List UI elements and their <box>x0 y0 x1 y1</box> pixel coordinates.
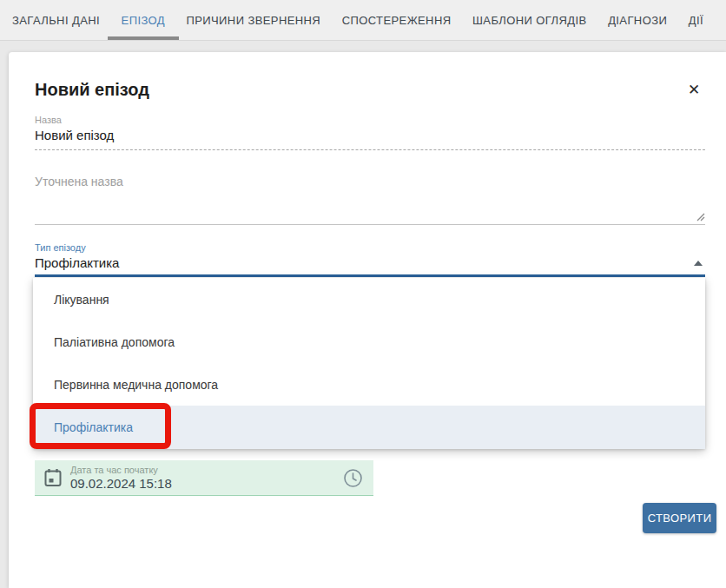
name-field[interactable]: Назва Новий епізод <box>35 115 705 150</box>
name-field-label: Назва <box>35 115 705 125</box>
start-datetime-texts: Дата та час початку 09.02.2024 15:18 <box>70 465 343 491</box>
name-field-value: Новий епізод <box>35 128 705 142</box>
tab-dii[interactable]: ДІЇ <box>689 0 703 40</box>
tab-prychyny-zvernennia[interactable]: ПРИЧИНИ ЗВЕРНЕННЯ <box>187 0 321 40</box>
tab-epizod[interactable]: ЕПІЗОД <box>122 0 165 40</box>
dropdown-option-profilaktyka[interactable]: Профілактика <box>33 406 705 449</box>
tab-diahnozy[interactable]: ДІАГНОЗИ <box>608 0 667 40</box>
start-datetime-label: Дата та час початку <box>70 465 343 475</box>
episode-type-dropdown: Лікування Паліативна допомога Первинна м… <box>33 278 705 449</box>
episode-type-value: Профілактика <box>35 255 705 270</box>
dialog-title: Новий епізод <box>35 80 149 100</box>
close-icon: ✕ <box>688 82 700 98</box>
tab-zagalni-dani[interactable]: ЗАГАЛЬНІ ДАНІ <box>12 0 100 40</box>
close-button[interactable]: ✕ <box>684 81 703 100</box>
tab-bar: ЗАГАЛЬНІ ДАНІ ЕПІЗОД ПРИЧИНИ ЗВЕРНЕННЯ С… <box>0 0 726 41</box>
chevron-up-icon[interactable] <box>694 261 703 266</box>
refined-name-label: Уточнена назва <box>35 175 705 188</box>
start-datetime-field[interactable]: Дата та час початку 09.02.2024 15:18 <box>35 460 373 496</box>
episode-type-label: Тип епізоду <box>35 242 705 253</box>
dropdown-option-pervynna[interactable]: Первинна медична допомога <box>33 363 705 406</box>
refined-name-field[interactable]: Уточнена назва <box>35 175 705 225</box>
tab-sposterezhennia[interactable]: СПОСТЕРЕЖЕННЯ <box>342 0 452 40</box>
dropdown-option-likuvannia[interactable]: Лікування <box>33 278 705 320</box>
start-datetime-value: 09.02.2024 15:18 <box>70 476 343 491</box>
dropdown-option-paliatyvna[interactable]: Паліативна допомога <box>33 320 705 363</box>
new-episode-dialog: Новий епізод ✕ Назва Новий епізод Уточне… <box>9 52 726 588</box>
create-button[interactable]: СТВОРИТИ <box>643 503 716 533</box>
tab-shablony-ohliadiv[interactable]: ШАБЛОНИ ОГЛЯДІВ <box>472 0 587 40</box>
episode-type-select[interactable]: Тип епізоду Профілактика <box>35 242 705 277</box>
resize-handle-icon[interactable] <box>696 212 705 221</box>
calendar-icon[interactable] <box>44 468 62 487</box>
clock-icon[interactable] <box>343 468 363 488</box>
